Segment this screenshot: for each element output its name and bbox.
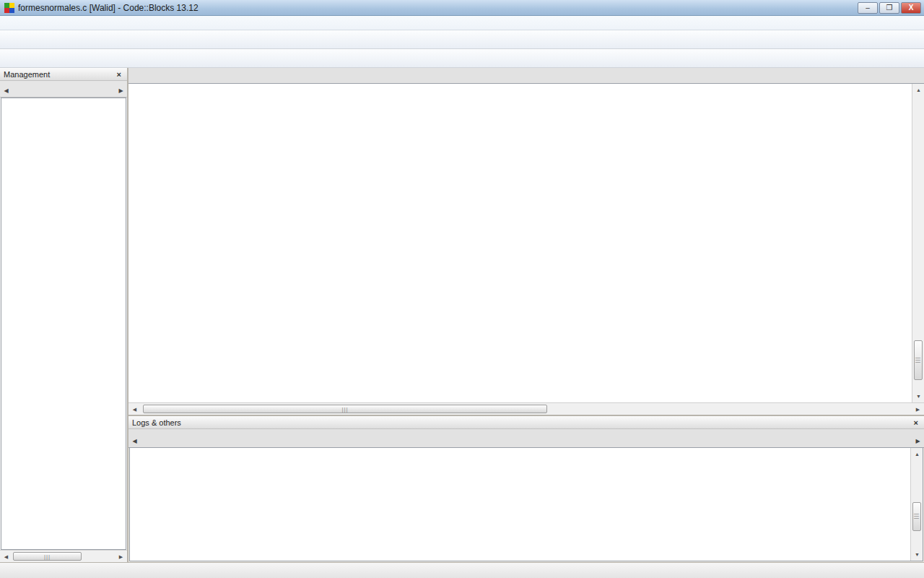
tabs-scroll-right-icon[interactable]: ▶ (116, 84, 126, 97)
logs-title: Logs & others (132, 418, 181, 427)
toolbar-main (0, 30, 924, 49)
menu-bar (0, 16, 924, 30)
close-button[interactable]: X (901, 2, 921, 14)
title-bar: formesnormales.c [Walid] - Code::Blocks … (0, 0, 924, 16)
logs-scroll-right-icon[interactable]: ▶ (913, 434, 923, 447)
management-close-icon[interactable]: × (115, 70, 123, 79)
editor-tabstrip (128, 68, 924, 84)
logs-caption: Logs & others × (128, 416, 924, 429)
project-tree (1, 98, 126, 550)
logs-tabstrip: ◀ ▶ (128, 429, 924, 448)
build-log-output[interactable] (130, 448, 910, 561)
status-bar (0, 562, 924, 578)
editor-notebook: ▲ ▼ ||| ◀ ▶ ||| (128, 68, 924, 416)
management-panel: Management × ◀ ▶ ◀ ▶ ||| (0, 68, 128, 562)
toolbar-secondary (0, 49, 924, 68)
management-title: Management (4, 70, 50, 79)
logs-close-icon[interactable]: × (912, 418, 920, 427)
management-caption: Management × (0, 68, 127, 81)
logs-vscrollbar[interactable]: ▲ ▼ ||| (910, 448, 923, 561)
window-title: formesnormales.c [Walid] - Code::Blocks … (18, 3, 199, 13)
management-hscrollbar[interactable]: ◀ ▶ ||| (0, 550, 127, 562)
editor-vscrollbar[interactable]: ▲ ▼ ||| (912, 84, 924, 402)
logs-panel: Logs & others × ◀ ▶ ▲ ▼ ||| (128, 416, 924, 562)
restore-button[interactable]: ❐ (879, 2, 899, 14)
management-tabstrip: ◀ ▶ (0, 81, 127, 98)
codeblocks-logo-icon (4, 3, 14, 13)
minimize-button[interactable]: – (858, 2, 878, 14)
editor-hscrollbar[interactable]: ◀ ▶ ||| (128, 402, 924, 415)
tabs-scroll-left-icon[interactable]: ◀ (1, 84, 11, 97)
logs-scroll-left-icon[interactable]: ◀ (130, 434, 139, 447)
code-editor[interactable] (128, 84, 912, 402)
